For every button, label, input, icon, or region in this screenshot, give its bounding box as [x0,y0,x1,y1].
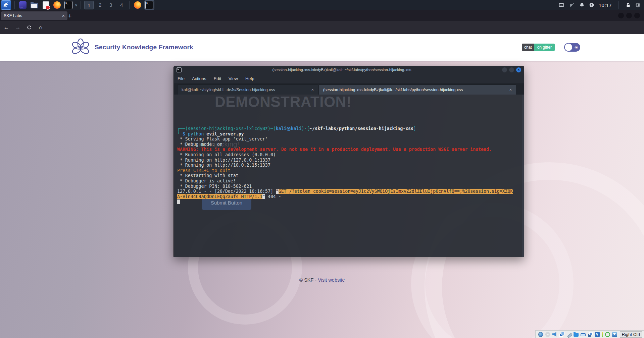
cd-icon[interactable] [545,332,550,337]
usb-icon[interactable] [567,333,573,338]
launcher-window[interactable] [18,1,28,9]
display-icon[interactable] [581,333,586,336]
new-tab-button[interactable]: + [66,12,74,20]
launcher-file-manager[interactable] [30,1,39,9]
terminal-content[interactable]: DEMONSTRATION! session hijacking! Submit… [174,95,524,257]
workspace-2[interactable]: 2 [96,1,104,9]
terminal-titlebar[interactable]: (session-hijacking-xss-lxlcdyBz)kali@kal… [174,66,524,73]
taskbar-firefox[interactable] [133,1,142,9]
terminal-line: * Debugger is active! [177,178,524,184]
workspace-1[interactable]: 1 [84,1,94,9]
terminal-line: 127.0.0.1 - - [28/Dec/2022 10:16:57] "GE… [177,189,524,194]
copyright-text: © SKF - [299,277,318,283]
terminal-line: * Restarting with stat [177,173,524,178]
terminal-line: * Running on http://10.0.2.15:1337 [177,163,524,168]
gitter-chat-badge[interactable]: chat on gitter [522,44,555,51]
firefox-icon [134,1,141,9]
notifications-icon[interactable] [579,2,585,8]
audio-muted-icon[interactable] [569,2,575,8]
close-button[interactable] [634,13,640,18]
skf-flower-logo [71,38,90,57]
reload-button[interactable] [24,23,34,32]
panel-separator [618,1,619,9]
terminal-minimize-button[interactable] [502,67,507,72]
site-header: Security Knowledge Framework chat on git… [0,34,644,61]
screens-icon[interactable] [588,332,593,337]
sync-icon[interactable] [605,332,610,337]
chevron-down-icon[interactable]: ∨ [75,3,78,7]
top-panel: ∨ 1234 10:17 [0,0,644,10]
tab-close-icon[interactable]: × [311,87,314,92]
menu-view[interactable]: View [225,76,242,81]
tab-close-icon[interactable]: × [62,13,65,18]
menu-file[interactable]: File [174,76,188,81]
host-key-label: Right Ctrl [620,331,642,338]
download-icon[interactable] [612,332,617,337]
terminal-tab[interactable]: (session-hijacking-xss-lxlcdyBz)kali@k..… [319,84,516,95]
launcher-firefox[interactable] [52,1,62,9]
browser-tab-title: SKF Labs [4,13,22,18]
shared-folder-icon[interactable] [574,333,579,337]
brand[interactable]: Security Knowledge Framework [71,38,193,57]
menu-help[interactable]: Help [242,76,258,81]
terminal-maximize-button[interactable] [509,67,514,72]
visit-website-link[interactable]: Visit website [318,277,345,283]
audio-icon[interactable] [552,332,557,337]
text-editor-icon [43,1,49,9]
launcher-terminal[interactable] [64,1,73,9]
desktop: ∨ 1234 10:17 [0,0,644,338]
terminal-icon [64,1,72,9]
panel-separator [129,1,130,9]
forward-button[interactable]: → [13,23,23,32]
firefox-icon [53,1,61,9]
terminal-tabbar: kali@kali: ~/styling/skf-l...deJs/Sessio… [174,84,524,95]
sun-icon: ☀ [574,45,578,50]
panel-separator [81,1,81,9]
terminal-window[interactable]: (session-hijacking-xss-lxlcdyBz)kali@kal… [174,66,524,257]
terminal-line [177,199,524,205]
toggle-knob [565,44,572,51]
terminal-close-button[interactable]: × [516,67,521,72]
browser-tab[interactable]: SKF Labs × [1,11,67,20]
network-icon[interactable] [559,332,564,337]
terminal-line: ┌──(session-hijacking-xss-lxlcdyBz)─(kal… [177,126,524,131]
terminal-tab[interactable]: kali@kali: ~/styling/skf-l...deJs/Sessio… [177,84,318,95]
logout-icon[interactable] [635,2,641,8]
power-manager-icon[interactable] [589,2,594,8]
terminal-window-controls: × [502,67,521,72]
indicator-bar-icon[interactable] [602,332,603,337]
vbox-menu-icon[interactable] [595,332,600,337]
taskbar-terminal[interactable] [144,0,154,10]
kali-menu-button[interactable] [1,0,11,10]
kali-dragon-icon [2,1,10,9]
back-button[interactable]: ← [1,23,11,32]
terminal-line: * Serving Flask app 'evil_server' [177,136,524,142]
terminal-line: * Debug mode: on [177,142,524,147]
clock[interactable]: 10:17 [599,2,612,8]
network-icon[interactable] [558,2,564,8]
theme-toggle[interactable]: ☀ [564,43,580,52]
hdd-icon[interactable] [538,332,543,337]
window-icon [19,1,27,9]
terminal-output: ┌──(session-hijacking-xss-lxlcdyBz)─(kal… [177,126,524,205]
workspace-3[interactable]: 3 [106,1,115,9]
tab-close-icon[interactable]: × [509,87,512,92]
home-button[interactable]: ⌂ [36,23,46,32]
maximize-button[interactable] [626,13,632,18]
chat-badge-label: chat [522,44,534,51]
workspace-switcher: 1234 [83,1,127,9]
menu-edit[interactable]: Edit [210,76,225,81]
terminal-window-icon [177,67,182,72]
lock-icon[interactable] [626,2,631,8]
terminal-line: * Running on all addresses (0.0.0.0) [177,152,524,158]
minimize-button[interactable] [618,13,624,18]
terminal-line: A-Vln34C9aQdDnLEQqZaufs HTTP/1.1" 404 - [177,194,524,200]
page-footer: © SKF - Visit website [0,277,644,283]
menu-actions[interactable]: Actions [188,76,210,81]
panel-separator [14,1,15,9]
workspace-4[interactable]: 4 [117,1,126,9]
vbox-status-bar: Right Ctrl [535,330,644,338]
launcher-text-editor[interactable] [41,1,50,9]
gitter-badge-label: on gitter [534,44,555,51]
terminal-menubar: FileActionsEditViewHelp [174,73,524,84]
